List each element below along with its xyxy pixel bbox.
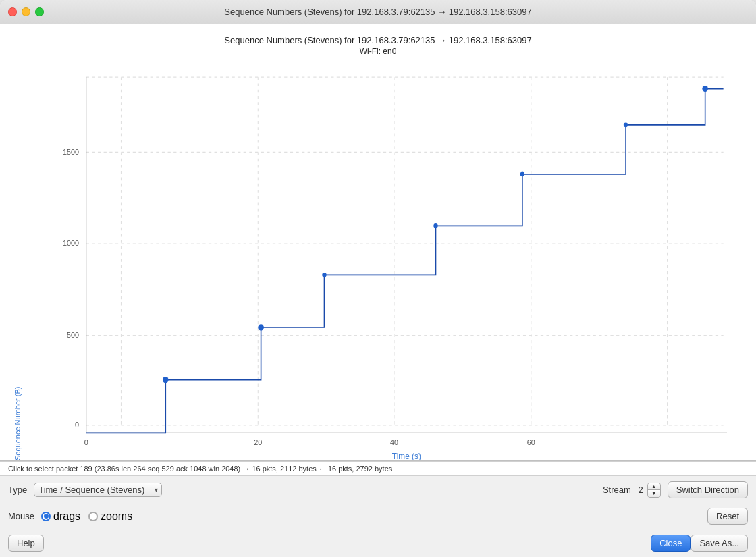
help-button[interactable]: Help	[8, 535, 44, 552]
mouse-drags-option[interactable]: drags	[41, 510, 80, 523]
svg-point-25	[520, 171, 524, 176]
traffic-lights	[8, 7, 44, 16]
mouse-drags-radio[interactable]	[41, 512, 51, 521]
svg-text:40: 40	[390, 437, 398, 446]
controls-row-1: Type Time / Sequence (Stevens) Time / Se…	[0, 476, 756, 504]
svg-text:Time (s): Time (s)	[392, 451, 421, 460]
maximize-button[interactable]	[35, 7, 44, 16]
content-area: Sequence Numbers (Stevens) for 192.168.3…	[0, 24, 756, 460]
stream-stepper: ▲ ▼	[647, 483, 661, 498]
stream-stepper-up[interactable]: ▲	[648, 483, 660, 490]
chart-area: Sequence Number (B)	[11, 61, 745, 460]
status-bar: Click to select packet 189 (23.86s len 2…	[0, 461, 756, 476]
controls-row-3: Help Close Save As...	[0, 529, 756, 557]
close-button-bar[interactable]: Close	[651, 535, 691, 552]
save-as-button[interactable]: Save As...	[691, 535, 748, 552]
mouse-label: Mouse	[8, 511, 34, 521]
chart-plot: 0 500 1000 1500 0 20 40 60 Time (s)	[24, 61, 745, 460]
svg-point-26	[624, 122, 628, 127]
svg-text:500: 500	[67, 331, 79, 339]
mouse-zooms-option[interactable]: zooms	[88, 510, 132, 523]
svg-point-21	[163, 377, 169, 383]
svg-text:20: 20	[254, 437, 262, 446]
reset-button[interactable]: Reset	[707, 508, 748, 525]
svg-point-22	[258, 324, 264, 330]
svg-point-23	[322, 273, 326, 277]
svg-point-24	[433, 223, 437, 228]
status-text: Click to select packet 189 (23.86s len 2…	[8, 465, 392, 473]
main-window: Sequence Numbers (Stevens) for 192.168.3…	[0, 0, 756, 557]
switch-direction-button[interactable]: Switch Direction	[668, 481, 748, 498]
chart-svg[interactable]: 0 500 1000 1500 0 20 40 60 Time (s)	[24, 61, 745, 460]
mouse-drags-label: drags	[53, 510, 80, 523]
chart-title: Sequence Numbers (Stevens) for 192.168.3…	[11, 35, 745, 45]
y-axis-label: Sequence Number (B)	[11, 61, 24, 460]
svg-text:0: 0	[84, 437, 88, 446]
type-select[interactable]: Time / Sequence (Stevens) Time / Sequenc…	[34, 483, 162, 497]
stream-stepper-down[interactable]: ▼	[648, 490, 660, 497]
mouse-radio-group: drags zooms	[41, 510, 132, 523]
svg-text:1500: 1500	[63, 148, 79, 156]
mouse-zooms-label: zooms	[101, 510, 132, 523]
stream-value: 2	[635, 485, 643, 495]
controls-row-2: Mouse drags zooms Reset	[0, 504, 756, 529]
chart-subtitle: Wi-Fi: en0	[11, 47, 745, 56]
svg-point-27	[702, 86, 708, 92]
minimize-button[interactable]	[22, 7, 30, 16]
svg-text:60: 60	[527, 437, 535, 446]
stream-control: Stream 2 ▲ ▼	[603, 483, 661, 498]
stream-label: Stream	[603, 485, 631, 495]
svg-text:0: 0	[75, 421, 79, 429]
close-button[interactable]	[8, 7, 17, 16]
bottom-bar: Click to select packet 189 (23.86s len 2…	[0, 460, 756, 557]
type-select-wrapper: Time / Sequence (Stevens) Time / Sequenc…	[34, 483, 162, 497]
titlebar: Sequence Numbers (Stevens) for 192.168.3…	[0, 0, 756, 24]
window-title: Sequence Numbers (Stevens) for 192.168.3…	[224, 7, 531, 17]
type-label: Type	[8, 485, 27, 495]
svg-text:1000: 1000	[63, 239, 79, 247]
mouse-zooms-radio[interactable]	[88, 512, 98, 521]
chart-wrapper: Sequence Number (B)	[11, 61, 745, 460]
